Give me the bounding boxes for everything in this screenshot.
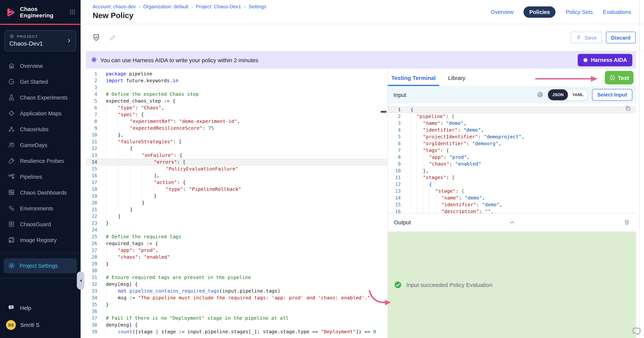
- sidebar-divider: [0, 278, 80, 278]
- sidebar-item-label: ChaosGuard: [20, 221, 51, 227]
- line-number: 2: [86, 77, 97, 84]
- editor-scroll-marker: [381, 111, 386, 113]
- output-success-message: Input succeeded Policy Evaluation: [388, 231, 636, 338]
- page-scrollbar[interactable]: [640, 0, 640, 338]
- nav-tab-overview[interactable]: Overview: [491, 9, 514, 15]
- discard-button[interactable]: Discard: [606, 32, 636, 43]
- code-line: 38deny[msg] {: [86, 321, 388, 328]
- breadcrumb-link[interactable]: Project: Chaos-Dev1: [196, 4, 241, 10]
- input-json-editor[interactable]: 1{2"pipeline": {3"name": "demo",4"identi…: [388, 106, 636, 213]
- sidebar-item-label: Chaos Experiments: [20, 94, 68, 101]
- breadcrumb-separator: ›: [244, 4, 246, 9]
- line-number: 7: [86, 111, 97, 118]
- nav-tab-policies[interactable]: Policies: [524, 6, 556, 18]
- code-line: 13"stage": {: [388, 188, 636, 195]
- line-number: 32: [86, 281, 97, 288]
- sidebar-nav: OverviewGet StartedChaos ExperimentsAppl…: [0, 58, 80, 248]
- code-line: 3: [86, 84, 388, 91]
- page-title: New Policy: [93, 11, 491, 20]
- format-option-yaml[interactable]: YAML: [568, 92, 588, 97]
- sidebar-item-pipelines[interactable]: Pipelines: [0, 169, 80, 185]
- line-number: 4: [388, 127, 401, 133]
- testing-tabs: Testing Terminal Library Test: [388, 69, 636, 86]
- sidebar-item-environments[interactable]: Environments: [0, 200, 80, 216]
- code-line: 34msg := "The pipeline must include the …: [86, 294, 388, 301]
- input-label: Input: [394, 91, 532, 98]
- sidebar-item-project-settings[interactable]: Project Settings: [4, 258, 77, 273]
- code-line: 11"stages": [: [388, 174, 636, 181]
- code-line: 2import future.keywords.in: [86, 77, 388, 84]
- help-button[interactable]: ? Help: [0, 299, 80, 316]
- user-menu[interactable]: SS Smriti S: [0, 316, 80, 333]
- breadcrumb-link[interactable]: Account: chaos-dev: [93, 4, 136, 10]
- input-header: Input JSON YAML Select Input: [388, 86, 636, 103]
- nav-tab-evaluations[interactable]: Evaluations: [603, 9, 631, 15]
- sidebar-item-label: ChaosHubs: [20, 126, 48, 132]
- format-option-json[interactable]: JSON: [548, 89, 568, 100]
- code-line: 25# Define the required tags: [86, 233, 388, 240]
- line-number: 26: [86, 240, 97, 247]
- hub-icon: [8, 126, 15, 133]
- line-number: 10: [86, 132, 97, 138]
- code-line: 16"description": "",: [388, 208, 636, 213]
- code-line: 7"spec": {: [86, 111, 388, 118]
- policy-validate-icon[interactable]: [92, 34, 100, 42]
- breadcrumb-link[interactable]: Organization: default: [143, 4, 188, 10]
- sidebar-item-resilience-probes[interactable]: Resilience Probes: [0, 153, 80, 169]
- sidebar-item-chaoshubs[interactable]: ChaosHubs: [0, 121, 80, 137]
- check-circle-icon: [394, 281, 402, 289]
- line-number: 27: [86, 247, 97, 254]
- tab-testing-terminal[interactable]: Testing Terminal: [388, 75, 439, 86]
- code-line: 39count([stage | stage := input.pipeline…: [86, 328, 388, 335]
- code-line: 15"PolicyEvaluationFailure": [86, 166, 388, 172]
- sidebar-item-get-started[interactable]: Get Started: [0, 74, 80, 90]
- copy-icon[interactable]: [625, 105, 631, 112]
- sidebar-item-chaos-experiments[interactable]: Chaos Experiments: [0, 90, 80, 105]
- line-number: 29: [86, 260, 97, 267]
- help-label: Help: [20, 305, 31, 311]
- breadcrumb-link[interactable]: Settings: [248, 4, 266, 10]
- aida-banner-text: You can use Harness AIDA to write your p…: [100, 57, 578, 63]
- format-toggle[interactable]: JSON YAML: [548, 89, 588, 101]
- line-number: 17: [86, 179, 97, 186]
- policy-code-editor[interactable]: 1package pipeline2import future.keywords…: [86, 69, 388, 338]
- sidebar-item-chaos-dashboards[interactable]: Chaos Dashboards: [0, 185, 80, 200]
- clear-output-button[interactable]: [624, 219, 630, 226]
- sidebar-item-overview[interactable]: Overview: [0, 58, 80, 74]
- code-line: 12{: [86, 145, 388, 152]
- code-line: 9"chaos": "enabled": [388, 161, 636, 167]
- code-line: 37# Fail if there is no "Deployment" sta…: [86, 315, 388, 321]
- app-switcher-icon[interactable]: [69, 9, 76, 15]
- sidebar-item-label: Application Maps: [20, 110, 62, 116]
- line-number: 12: [388, 181, 401, 188]
- harness-aida-button[interactable]: ❋ Harness AIDA: [578, 54, 632, 66]
- sidebar-item-chaosguard[interactable]: ChaosGuard: [0, 216, 80, 232]
- sidebar-collapse-handle[interactable]: [77, 271, 84, 289]
- sidebar-item-label: Image Registry: [20, 237, 57, 243]
- line-number: 5: [86, 98, 97, 104]
- save-button[interactable]: Save: [570, 32, 602, 43]
- line-number: 36: [86, 308, 97, 315]
- select-input-button[interactable]: Select Input: [592, 89, 632, 101]
- project-selector[interactable]: PROJECT Chaos-Dev1: [4, 30, 76, 51]
- support-chat-icon[interactable]: [631, 325, 642, 337]
- line-number: 31: [86, 274, 97, 281]
- line-number: 13: [86, 152, 97, 159]
- rego-icon[interactable]: [536, 91, 544, 98]
- code-line: 1{: [388, 106, 636, 113]
- edit-pencil-icon[interactable]: [109, 34, 116, 41]
- sidebar-item-gamedays[interactable]: GameDays: [0, 137, 80, 153]
- tab-library[interactable]: Library: [445, 75, 469, 86]
- collapse-output-button[interactable]: [509, 219, 515, 225]
- main-area: Account: chaos-dev›Organization: default…: [80, 0, 644, 338]
- app-title: Chaos Engineering: [20, 6, 66, 18]
- sidebar-item-image-registry[interactable]: Image Registry: [0, 232, 80, 248]
- sidebar-item-application-maps[interactable]: Application Maps: [0, 105, 80, 121]
- line-number: 3: [388, 120, 401, 127]
- line-number: 23: [86, 220, 97, 227]
- project-label: PROJECT: [10, 34, 71, 39]
- nav-tab-policy-sets[interactable]: Policy Sets: [566, 9, 593, 15]
- code-line: 23}: [86, 220, 388, 227]
- test-button[interactable]: Test: [605, 71, 634, 85]
- harness-logo: [5, 6, 16, 18]
